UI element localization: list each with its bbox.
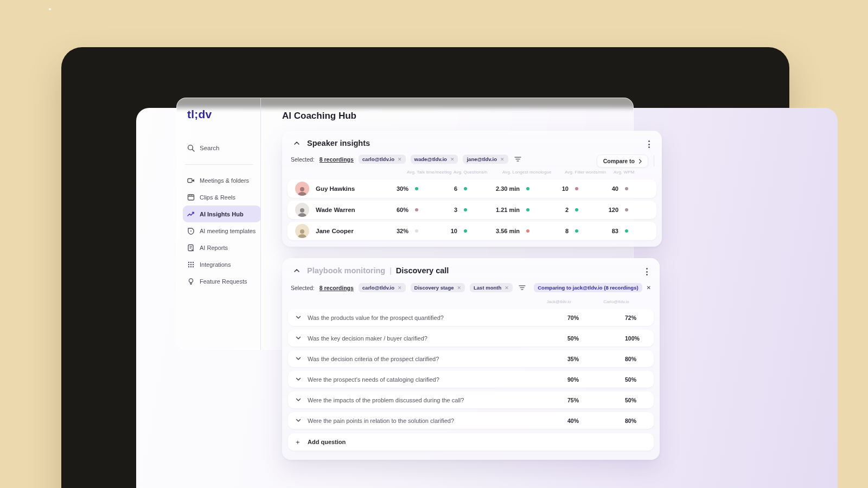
chip-label: carlo@tldv.io <box>362 285 394 291</box>
question-row[interactable]: Was the decision criteria of the prospec… <box>288 350 654 367</box>
sidebar-item-meetings-folders[interactable]: Meetings & folders <box>183 172 261 189</box>
speaker-name: Jane Cooper <box>316 228 378 234</box>
percent-value: 72% <box>621 314 643 321</box>
chip-close-icon[interactable]: ✕ <box>398 285 402 291</box>
status-dot <box>575 187 578 190</box>
metric-value: 2.30 min <box>474 185 520 192</box>
comparing-close-icon[interactable]: ✕ <box>647 285 651 291</box>
chip-close-icon[interactable]: ✕ <box>450 157 455 162</box>
filter-icon[interactable] <box>513 155 522 163</box>
filter-chip[interactable]: Last month✕ <box>470 283 513 292</box>
collapse-chevron-icon[interactable] <box>291 268 303 273</box>
card-title-muted: Playbook monitoring <box>307 266 385 275</box>
question-row[interactable]: Were the impacts of the problem discusse… <box>288 391 654 408</box>
add-question-label: Add question <box>308 439 346 445</box>
percent-value: 80% <box>621 418 643 424</box>
metric-value: 3 <box>425 207 457 213</box>
metric-value: 3.56 min <box>474 228 520 234</box>
report-doc-icon <box>187 244 195 252</box>
page-title: AI Coaching Hub <box>282 111 356 121</box>
comparing-chip[interactable]: Comparing to jack@tldv.io (8 recordings) <box>534 283 642 292</box>
compare-to-button[interactable]: Compare to <box>597 155 648 168</box>
column-header: Avg. Talk time/meeting <box>405 170 452 175</box>
chevron-right-icon <box>639 159 642 164</box>
template-tag-icon <box>187 227 195 235</box>
filter-icon[interactable] <box>518 284 527 292</box>
chip-close-icon[interactable]: ✕ <box>500 157 505 162</box>
recordings-link[interactable]: 8 recordings <box>320 156 354 163</box>
sidebar-item-clips-reels[interactable]: Clips & Reels <box>183 189 261 206</box>
playbook-column-headers: Jack@tldv.io Carlo@tldv.io <box>288 299 654 304</box>
expand-chevron-icon[interactable] <box>296 419 308 422</box>
question-row[interactable]: Were the pain points in relation to the … <box>288 412 654 429</box>
sidebar-item-ai-reports[interactable]: AI Reports <box>183 239 261 256</box>
sidebar-item-ai-meeting-templates[interactable]: AI meeting templates <box>183 222 261 239</box>
filter-chip[interactable]: carlo@tldv.io✕ <box>359 283 406 292</box>
percent-value: 35% <box>564 356 585 362</box>
question-row[interactable]: Was the products value for the prospect … <box>288 309 654 326</box>
column-header: Avg. Questions/h <box>452 170 501 175</box>
metric-value: 60% <box>378 207 409 213</box>
table-row[interactable]: Guy Hawkins 30% 6 2.30 min 10 40 <box>288 179 656 198</box>
sidebar-item-label: Meetings & folders <box>200 177 249 184</box>
collapse-chevron-icon[interactable] <box>291 141 303 145</box>
expand-chevron-icon[interactable] <box>296 316 308 319</box>
selected-label: Selected: <box>291 156 315 163</box>
metric-value: 8 <box>536 228 569 234</box>
metric-value: 83 <box>585 228 618 234</box>
status-dot <box>464 208 467 211</box>
table-row[interactable]: Jane Cooper 32% 10 3.56 min 8 83 <box>288 222 656 240</box>
add-question-button[interactable]: + Add question <box>288 433 654 451</box>
kebab-menu-button[interactable] <box>646 138 652 150</box>
status-dot <box>464 187 467 190</box>
metric-value: 10 <box>425 228 457 234</box>
expand-chevron-icon[interactable] <box>296 398 308 402</box>
filter-chip[interactable]: wade@tldv.io✕ <box>411 155 458 164</box>
filter-chip[interactable]: Discovery stage✕ <box>411 283 465 292</box>
question-row[interactable]: Were the prospect's needs of cataloging … <box>288 371 654 388</box>
speaker-table: Guy Hawkins 30% 6 2.30 min 10 40 Wade Wa… <box>288 179 656 240</box>
question-text: Were the pain points in relation to the … <box>308 418 532 424</box>
question-text: Was the key decision maker / buyer clari… <box>308 335 532 342</box>
status-dot <box>625 208 628 211</box>
sidebar-item-label: Clips & Reels <box>200 194 235 201</box>
sidebar-item-label: AI Reports <box>200 245 228 251</box>
filter-chip[interactable]: carlo@tldv.io✕ <box>359 155 406 164</box>
expand-chevron-icon[interactable] <box>296 377 308 381</box>
metric-value: 30% <box>378 185 409 192</box>
avatar <box>295 182 309 196</box>
kebab-menu-button[interactable] <box>644 266 650 278</box>
grid-dots-icon <box>187 261 195 268</box>
status-dot <box>415 187 418 190</box>
card-title: Speaker insights <box>307 139 370 147</box>
chip-close-icon[interactable]: ✕ <box>505 285 509 291</box>
expand-chevron-icon[interactable] <box>296 357 308 361</box>
clapperboard-icon <box>187 194 195 201</box>
metric-value: 2 <box>536 207 569 213</box>
plus-icon: + <box>296 438 308 446</box>
metric-value: 1.21 min <box>474 207 520 213</box>
sidebar-item-feature-requests[interactable]: Feature Requests <box>183 273 261 290</box>
sidebar-item-integrations[interactable]: Integrations <box>183 256 261 273</box>
sidebar-item-label: AI Insights Hub <box>200 211 244 217</box>
search-input[interactable]: Search <box>187 144 219 152</box>
selected-label: Selected: <box>291 285 315 291</box>
recordings-link[interactable]: 8 recordings <box>320 285 354 291</box>
filter-chip[interactable]: jane@tldv.io✕ <box>463 155 508 164</box>
chip-label: Last month <box>474 285 501 291</box>
column-header: Avg. Filler words/min <box>563 170 612 175</box>
status-dot <box>526 208 529 211</box>
question-row[interactable]: Was the key decision maker / buyer clari… <box>288 330 654 346</box>
sidebar-item-label: Feature Requests <box>200 278 247 285</box>
status-dot <box>526 187 529 190</box>
comparing-label: Comparing to jack@tldv.io (8 recordings) <box>538 285 638 291</box>
chip-close-icon[interactable]: ✕ <box>398 157 402 162</box>
question-text: Were the prospect's needs of cataloging … <box>308 376 532 383</box>
status-dot <box>415 208 418 211</box>
percent-value: 70% <box>564 314 585 321</box>
table-row[interactable]: Wade Warren 60% 3 1.21 min 2 120 <box>288 201 656 219</box>
lightbulb-icon <box>187 278 195 285</box>
sidebar-item-ai-insights-hub[interactable]: AI Insights Hub <box>183 206 261 222</box>
expand-chevron-icon[interactable] <box>296 336 308 340</box>
chip-close-icon[interactable]: ✕ <box>457 285 461 291</box>
